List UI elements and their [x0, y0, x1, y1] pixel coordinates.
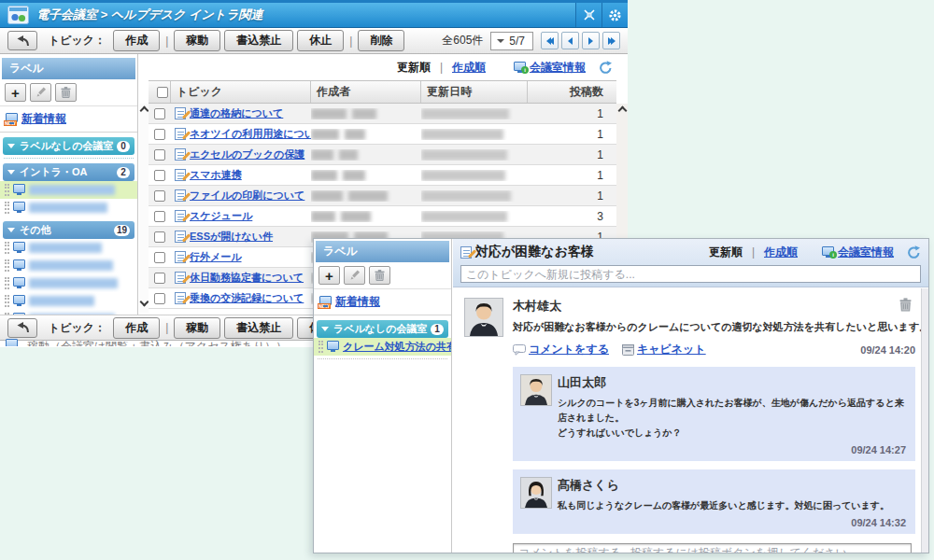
status-legend: 稼動（会議室は閲覧＋書込み（アクセス権あり）） [6, 339, 287, 346]
edit-label-button[interactable] [30, 83, 51, 102]
cabinet-link[interactable]: キャビネット [622, 342, 706, 357]
add-label-button[interactable]: + [5, 83, 26, 102]
topic-icon [175, 231, 186, 243]
drag-handle[interactable] [5, 184, 9, 196]
row-checkbox[interactable] [154, 252, 165, 263]
back-button[interactable] [7, 31, 37, 50]
sort-by-updated[interactable]: 更新順 [709, 245, 743, 260]
sort-by-created[interactable]: 作成順 [452, 60, 486, 76]
topic-link[interactable]: ネオツイの利用用途について [190, 127, 311, 141]
row-checkbox[interactable] [154, 170, 165, 181]
label-sidebar: ラベル + 新着情報 ラベルなしの会議室 0 イントラ・OA 2 [0, 54, 138, 315]
delete-topic-button[interactable]: 削除 [358, 30, 404, 51]
post-count: 1 [528, 128, 616, 141]
gear-icon[interactable] [601, 3, 628, 27]
create-topic-button[interactable]: 作成 [113, 30, 160, 51]
room-link[interactable]: クレーム対処方法の共有 [343, 340, 451, 354]
delete-post-icon[interactable] [899, 298, 912, 315]
sidebar-room-item[interactable] [0, 292, 137, 310]
row-checkbox[interactable] [154, 129, 165, 140]
back-button[interactable] [7, 318, 37, 338]
next-page-button[interactable] [582, 32, 600, 49]
new-post-input[interactable] [460, 265, 921, 283]
label-section-no-label[interactable]: ラベルなしの会議室 0 [3, 137, 134, 155]
prev-page-button[interactable] [561, 32, 579, 49]
new-info-link[interactable]: 新着情報 [21, 111, 66, 127]
drag-handle[interactable] [5, 242, 9, 254]
last-page-button[interactable] [602, 32, 620, 49]
redacted-date [421, 108, 509, 119]
sort-by-updated[interactable]: 更新順 [397, 60, 431, 76]
drag-handle[interactable] [5, 259, 9, 272]
topic-link[interactable]: 休日勤務協定書について [190, 271, 304, 285]
select-all-checkbox[interactable] [157, 87, 168, 98]
activate-topic-button[interactable]: 稼動 [174, 30, 220, 51]
scroll-down-icon[interactable] [139, 298, 149, 307]
label-section-others[interactable]: その他 19 [3, 221, 134, 239]
room-info-link[interactable]: i 会議室情報 [514, 60, 586, 76]
topic-main: 対応が困難なお客様 更新順 | 作成順 i 会議室情報 [453, 239, 928, 553]
drag-handle[interactable] [5, 295, 9, 307]
reply-timestamp: 09/24 14:27 [558, 444, 906, 455]
drag-handle[interactable] [5, 202, 9, 214]
topic-icon [175, 292, 186, 304]
edit-label-button[interactable] [344, 266, 365, 285]
topic-title: 対応が困難なお客様 [475, 244, 594, 260]
topic-icon [175, 107, 186, 119]
scroll-up-icon[interactable] [139, 106, 149, 116]
row-checkbox[interactable] [154, 149, 165, 161]
comment-link[interactable]: コメントをする [513, 342, 609, 357]
topic-link[interactable]: 通達の格納について [190, 106, 283, 120]
first-page-button[interactable] [541, 32, 559, 49]
table-header: トピック 作成者 更新日時 投稿数 [149, 80, 616, 104]
write-protect-button[interactable]: 書込禁止 [224, 30, 293, 51]
label-section-intra-oa[interactable]: イントラ・OA 2 [3, 163, 134, 181]
topic-link[interactable]: ファイルの印刷について [190, 189, 304, 203]
row-checkbox[interactable] [154, 231, 165, 243]
scrollbar[interactable] [921, 288, 928, 553]
post-author: 木村雄太 [513, 296, 915, 315]
row-checkbox[interactable] [154, 190, 165, 202]
comment-input[interactable] [513, 543, 912, 553]
sidebar-room-item[interactable] [0, 199, 137, 217]
topic-link[interactable]: スマホ連携 [190, 168, 242, 182]
row-checkbox[interactable] [154, 211, 165, 222]
delete-label-button[interactable] [369, 266, 390, 285]
write-protect-button[interactable]: 書込禁止 [224, 317, 293, 339]
sidebar-room-item[interactable] [0, 257, 137, 274]
sidebar-room-item[interactable] [0, 239, 137, 257]
drag-handle[interactable] [5, 277, 9, 289]
room-info-link[interactable]: i 会議室情報 [822, 245, 894, 260]
add-label-button[interactable]: + [318, 266, 340, 285]
topic-link[interactable]: 乗換の交渉記録について [190, 291, 304, 305]
sidebar-room-item[interactable] [0, 274, 137, 292]
fullscreen-button[interactable] [575, 3, 601, 27]
delete-label-button[interactable] [55, 83, 77, 102]
refresh-icon[interactable] [599, 61, 613, 75]
scroll-up-icon[interactable] [617, 106, 627, 116]
toolbar-separator: | [349, 35, 352, 48]
reply: 山田太郎 シルクのコートを3ヶ月前に購入されたお客様が、生地が傷んだから返品する… [513, 367, 915, 461]
row-checkbox[interactable] [154, 273, 165, 284]
computer-icon [13, 277, 25, 287]
topic-link[interactable]: ESSが開けない件 [190, 230, 273, 244]
page-select[interactable]: 5/7 [490, 32, 533, 50]
topic-link[interactable]: エクセルのブックの保護 [190, 147, 304, 161]
activate-topic-button[interactable]: 稼動 [174, 317, 220, 339]
sidebar-room-item-selected[interactable] [0, 181, 137, 199]
topic-link[interactable]: 行外メール [190, 250, 242, 264]
sidebar-room-item-selected[interactable]: クレーム対処方法の共有 [314, 338, 451, 356]
row-checkbox[interactable] [154, 108, 165, 119]
topic-header: 対応が困難なお客様 更新順 | 作成順 i 会議室情報 [453, 239, 928, 287]
label-section-no-label[interactable]: ラベルなしの会議室 1 [317, 320, 448, 338]
topic-link[interactable]: スケジュール [190, 209, 252, 223]
create-topic-button[interactable]: 作成 [113, 317, 160, 339]
refresh-icon[interactable] [907, 245, 921, 259]
sort-by-created[interactable]: 作成順 [764, 245, 798, 260]
row-checkbox[interactable] [154, 293, 165, 304]
drag-handle[interactable] [318, 341, 323, 353]
app-titlebar: 電子会議室 > ヘルプデスク イントラ関連 [0, 0, 628, 28]
suspend-topic-button[interactable]: 休止 [297, 30, 344, 51]
scrollbar[interactable] [139, 104, 149, 313]
new-info-link[interactable]: 新着情報 [335, 294, 380, 310]
